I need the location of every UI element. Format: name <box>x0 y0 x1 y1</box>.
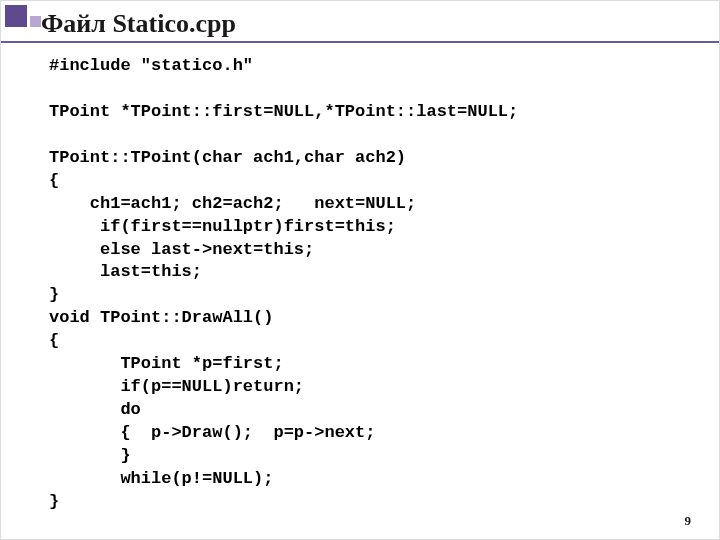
code-line: while(p!=NULL); <box>49 469 273 488</box>
code-line: #include "statico.h" <box>49 56 253 75</box>
code-line: { <box>49 171 59 190</box>
square-icon <box>5 5 27 27</box>
code-line: do <box>49 400 141 419</box>
code-line: { <box>49 331 59 350</box>
code-line: TPoint *TPoint::first=NULL,*TPoint::last… <box>49 102 518 121</box>
code-line: } <box>49 446 131 465</box>
square-icon-small <box>30 16 41 27</box>
code-line: { p->Draw(); p=p->next; <box>49 423 375 442</box>
code-line: if(first==nullptr)first=this; <box>49 217 396 236</box>
slide: Файл Statico.cpp #include "statico.h" TP… <box>0 0 720 540</box>
code-line: else last->next=this; <box>49 240 314 259</box>
code-line: } <box>49 285 59 304</box>
code-line: ch1=ach1; ch2=ach2; next=NULL; <box>49 194 416 213</box>
slide-title: Файл Statico.cpp <box>41 9 236 39</box>
page-number: 9 <box>685 513 692 529</box>
code-line: TPoint::TPoint(char ach1,char ach2) <box>49 148 406 167</box>
code-line: if(p==NULL)return; <box>49 377 304 396</box>
code-line: } <box>49 492 59 511</box>
code-line: void TPoint::DrawAll() <box>49 308 273 327</box>
code-block: #include "statico.h" TPoint *TPoint::fir… <box>49 55 518 514</box>
title-underline <box>1 41 719 43</box>
code-line: TPoint *p=first; <box>49 354 284 373</box>
code-line: last=this; <box>49 262 202 281</box>
